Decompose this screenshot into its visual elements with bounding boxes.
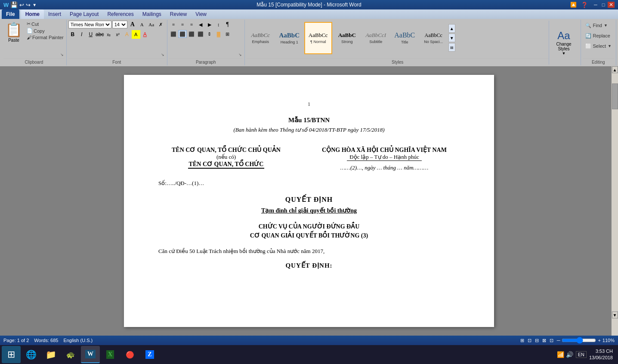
- view-outline-icon[interactable]: ⊠: [542, 338, 546, 343]
- scroll-thumb[interactable]: [612, 83, 618, 109]
- tab-review[interactable]: Review: [166, 9, 191, 19]
- taskbar-excel[interactable]: X: [101, 346, 120, 363]
- vertical-scrollbar[interactable]: ▲ ▼: [611, 66, 618, 336]
- grow-font-button[interactable]: A: [128, 21, 137, 28]
- qa-save[interactable]: 💾: [10, 1, 18, 8]
- text-effects-button[interactable]: A: [123, 30, 131, 39]
- paragraph-expand-icon[interactable]: ↘: [238, 52, 244, 58]
- select-button[interactable]: ⬜ Select ▼: [583, 41, 615, 51]
- tab-view[interactable]: View: [191, 9, 211, 19]
- justify-button[interactable]: ⬛: [196, 30, 205, 38]
- numbering-button[interactable]: ≡: [178, 21, 187, 28]
- status-bar: Page: 1 of 2 Words: 685 English (U.S.) ⊞…: [0, 336, 618, 345]
- minimize-btn[interactable]: ─: [592, 2, 599, 8]
- shading-button[interactable]: ▓: [214, 30, 223, 38]
- cut-button[interactable]: ✂ Cut: [26, 21, 65, 27]
- editing-label: Editing: [583, 59, 615, 65]
- taskbar-word[interactable]: W: [81, 346, 100, 363]
- shrink-font-button[interactable]: A: [138, 21, 146, 28]
- start-button[interactable]: ⊞: [2, 346, 21, 363]
- qa-undo[interactable]: ↩: [19, 2, 24, 8]
- taskbar-chrome[interactable]: 🌐: [22, 346, 40, 363]
- change-case-button[interactable]: Aa: [147, 21, 156, 28]
- underline-button[interactable]: U: [87, 30, 95, 39]
- styles-scroll-up[interactable]: ▲: [448, 24, 455, 33]
- font-expand-icon[interactable]: ↘: [161, 52, 166, 58]
- taskbar-app3[interactable]: 🐢: [61, 346, 80, 363]
- style-no-spacing[interactable]: AaBbCc No Spaci...: [420, 22, 448, 54]
- bold-button[interactable]: B: [68, 30, 77, 39]
- style-emphasis-name: Emphasis: [252, 40, 269, 44]
- view-draft-icon[interactable]: ⊡: [550, 338, 553, 343]
- view-read-icon[interactable]: ⊟: [535, 338, 539, 343]
- subscript-button[interactable]: x₂: [105, 30, 113, 39]
- font-color-button[interactable]: A: [141, 30, 149, 39]
- zoom-slider[interactable]: [562, 337, 596, 344]
- close-btn[interactable]: ✕: [608, 2, 615, 8]
- taskbar-app6[interactable]: 🔴: [121, 346, 139, 363]
- decrease-indent-button[interactable]: ◀: [196, 21, 205, 28]
- tab-file[interactable]: File: [2, 9, 19, 19]
- style-heading1[interactable]: AaBbC Heading 1: [275, 22, 303, 54]
- view-normal-icon[interactable]: ⊞: [520, 338, 524, 343]
- text-highlight-button[interactable]: A: [132, 30, 140, 39]
- multilevel-button[interactable]: ≡: [187, 21, 196, 28]
- sort-button[interactable]: ↕: [214, 21, 223, 28]
- language-button[interactable]: EN: [576, 351, 587, 358]
- zoom-plus-button[interactable]: +: [598, 338, 600, 343]
- clear-format-button[interactable]: ✗: [157, 21, 165, 28]
- styles-scroll-buttons: ▲ ▼ ▤: [448, 24, 455, 52]
- qa-dropdown[interactable]: ▼: [32, 3, 37, 7]
- style-strong[interactable]: AaBbC Strong: [333, 22, 361, 54]
- format-painter-button[interactable]: 🖌 Format Painter: [26, 34, 65, 40]
- taskbar-right: 📶 🔊 EN 3:53 CH 13/06/2018: [557, 348, 616, 361]
- title-controls: 🔼 ❓ ─ □ ✕: [570, 2, 615, 8]
- font-size-select[interactable]: 14: [112, 21, 127, 28]
- style-emphasis[interactable]: AaBbCc Emphasis: [247, 22, 275, 54]
- style-title[interactable]: AaBbC Title: [391, 22, 419, 54]
- bullets-button[interactable]: ≡: [169, 21, 178, 28]
- change-styles-button[interactable]: Aa Change Styles ▼: [551, 28, 577, 57]
- view-web-icon[interactable]: ⊡: [528, 338, 531, 343]
- tab-mailings[interactable]: Mailings: [138, 9, 166, 19]
- maximize-btn[interactable]: □: [600, 2, 607, 8]
- align-left-button[interactable]: ⬛: [169, 30, 178, 38]
- italic-button[interactable]: I: [77, 30, 86, 39]
- volume-icon[interactable]: 🔊: [566, 351, 573, 358]
- word-taskbar-icon: W: [85, 350, 96, 358]
- zoom-minus-button[interactable]: ─: [557, 338, 560, 343]
- line-spacing-button[interactable]: ⇕: [205, 30, 214, 38]
- find-button[interactable]: 🔍 Find ▼: [583, 21, 610, 30]
- style-subtitle[interactable]: AaBbCcI Subtitle: [362, 22, 390, 54]
- increase-indent-button[interactable]: ▶: [205, 21, 214, 28]
- strikethrough-button[interactable]: abc: [96, 30, 104, 39]
- copy-button[interactable]: 📄 Copy: [26, 28, 65, 34]
- tab-home[interactable]: Home: [21, 9, 44, 19]
- scroll-down-button[interactable]: ▼: [612, 312, 618, 318]
- help-btn[interactable]: ❓: [581, 2, 588, 8]
- clipboard-expand-icon[interactable]: ↘: [60, 52, 65, 58]
- network-icon[interactable]: 📶: [557, 351, 564, 358]
- superscript-button[interactable]: x²: [114, 30, 122, 39]
- date-text: 13/06/2018: [589, 355, 613, 361]
- align-right-button[interactable]: ⬛: [187, 30, 196, 38]
- tab-references[interactable]: References: [103, 9, 138, 19]
- paste-button[interactable]: 📋 Paste: [3, 21, 24, 43]
- replace-button[interactable]: 🔄 Replace: [583, 31, 613, 40]
- align-center-button[interactable]: ⬛: [178, 30, 187, 38]
- styles-scroll-down[interactable]: ▼: [448, 34, 455, 42]
- taskbar-zalo[interactable]: Z: [140, 346, 159, 363]
- tab-insert[interactable]: Insert: [44, 9, 65, 19]
- tab-page-layout[interactable]: Page Layout: [65, 9, 103, 19]
- lang-status: English (U.S.): [63, 338, 93, 343]
- qa-redo[interactable]: ↪: [26, 2, 31, 8]
- show-hide-button[interactable]: ¶: [223, 21, 232, 28]
- borders-button[interactable]: ⊞: [223, 30, 232, 38]
- taskbar-explorer[interactable]: 📁: [41, 346, 60, 363]
- styles-scroll-more[interactable]: ▤: [448, 43, 455, 52]
- font-name-select[interactable]: Times New Rom: [68, 21, 111, 28]
- ribbon-toggle[interactable]: 🔼: [570, 2, 577, 8]
- style-normal[interactable]: AaBbCc ¶ Normal: [304, 22, 332, 54]
- excel-icon: X: [106, 350, 114, 359]
- scroll-up-button[interactable]: ▲: [612, 66, 618, 73]
